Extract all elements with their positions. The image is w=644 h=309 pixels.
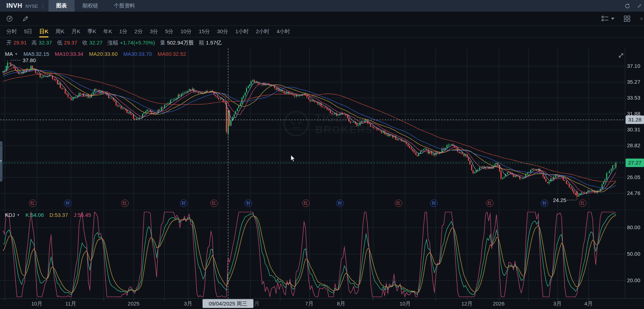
timeframe-3分[interactable]: 3分 [146, 26, 162, 37]
ma-selector[interactable]: MA ▼ [5, 51, 18, 57]
kdj-axis-tick: 20.00 [627, 277, 640, 283]
gear-icon[interactable] [640, 15, 643, 22]
quote-item: 低29.37 [57, 40, 77, 46]
quote-value: 32.27 [89, 40, 103, 46]
price-axis-tick: 28.82 [627, 142, 640, 148]
earnings-marker[interactable]: 财 [336, 200, 344, 207]
x-axis-tick: 10月 [23, 301, 51, 307]
kdj-indicator-bar: KDJ ▼ K:54.06D:53.37J:55.45 [5, 212, 91, 218]
quote-label: 收 [82, 40, 88, 46]
price-axis-tick: 35.27 [627, 79, 640, 85]
earnings-marker[interactable]: 财 [245, 200, 252, 207]
earnings-marker[interactable]: 财 [541, 200, 548, 207]
timeframe-10分[interactable]: 10分 [177, 26, 195, 37]
timeframe-5日[interactable]: 5日 [21, 26, 36, 37]
quote-item: 涨幅+1.74(+5.70%) [107, 40, 155, 46]
quote-value: 29.91 [13, 40, 27, 46]
timeframe-bar: 分时5日日K周K月K季K年K1分2分3分5分10分15分30分1小时2小时4小时 [0, 26, 644, 37]
expand-icon[interactable] [618, 52, 624, 59]
price-axis-tick: 24.76 [627, 190, 640, 196]
x-axis-tick: 3月 [174, 301, 202, 307]
price-axis-tick: 26.05 [627, 174, 640, 180]
kdj-values: K:54.06D:53.37J:55.45 [25, 212, 91, 218]
quote-label: 低 [57, 40, 62, 46]
price-axis-tick: 33.53 [627, 95, 640, 101]
watermark-line2: BROKERS [315, 124, 373, 135]
ma-value: MA5:32.15 [23, 51, 49, 57]
tab-期权链[interactable]: 期权链 [75, 0, 106, 12]
quote-item: 额1.57亿 [199, 40, 221, 46]
dividend-marker[interactable]: 红 [486, 200, 493, 207]
x-axis-tick: 10月 [391, 301, 419, 307]
ma-value: MA30:33.70 [123, 51, 152, 57]
dividend-marker[interactable]: 红 [302, 200, 310, 207]
timeframe-5分[interactable]: 5分 [162, 26, 177, 37]
x-axis-tick: 3月 [543, 301, 572, 307]
kdj-axis-tick: 80.00 [627, 224, 640, 230]
timeframe-2小时[interactable]: 2小时 [252, 26, 273, 37]
kdj-selector[interactable]: KDJ ▼ [5, 212, 20, 218]
ma-label: MA [5, 51, 13, 57]
draw-pencil-icon[interactable] [22, 15, 29, 22]
timeframe-15分[interactable]: 15分 [195, 26, 213, 37]
mouse-cursor [291, 155, 296, 162]
ma-values: MA5:32.15MA10:33.34MA20:33.60MA30:33.70M… [23, 51, 186, 57]
top-bar-right [624, 3, 644, 9]
tiger-trade-chart-window: INVH NYSE | 图表期权链个股资料 [0, 0, 644, 309]
x-axis-tick: 8月 [327, 301, 355, 307]
layout-list-icon[interactable] [601, 15, 614, 22]
current-price-badge: 27.27 [626, 159, 644, 167]
ma-indicator-bar: MA ▼ MA5:32.15MA10:33.34MA20:33.60MA30:3… [5, 51, 186, 57]
dividend-marker[interactable]: 红 [395, 200, 402, 207]
collapse-icon[interactable] [637, 3, 642, 9]
timeframe-月K[interactable]: 月K [68, 26, 84, 37]
quote-item: 收32.27 [82, 40, 103, 46]
timeframe-年K[interactable]: 年K [100, 26, 116, 37]
indicator-gauge-icon[interactable] [6, 15, 13, 23]
dividend-marker[interactable]: 红 [210, 200, 218, 207]
stock-market: NYSE [25, 4, 38, 9]
hidden-month-label: 月 [254, 301, 259, 307]
timeframe-季K[interactable]: 季K [84, 26, 100, 37]
quote-label: 高 [32, 40, 37, 46]
tiger-logo-icon [283, 110, 310, 137]
crosshair-price-badge: 31.28 [626, 115, 644, 124]
chart-toolbar [0, 12, 644, 26]
kdj-value: J:55.45 [74, 212, 91, 218]
quote-value: 32.37 [39, 40, 52, 46]
dividend-marker[interactable]: 红 [121, 200, 129, 207]
timeframe-周K[interactable]: 周K [52, 26, 68, 37]
dividend-marker[interactable]: 红 [29, 200, 36, 207]
timeframe-1分[interactable]: 1分 [116, 26, 131, 37]
refresh-icon[interactable] [624, 3, 631, 9]
quote-label: 量 [160, 40, 165, 46]
kdj-label: KDJ [5, 212, 15, 218]
timeframe-4小时[interactable]: 4小时 [273, 26, 293, 37]
timeframe-分时[interactable]: 分时 [3, 26, 21, 37]
x-axis-tick: 12月 [453, 301, 481, 307]
watermark-line1: TIGER [315, 112, 373, 124]
x-axis-tick: 2026 [485, 301, 513, 307]
crosshair-date-badge: 09/04/2025 周三 [203, 299, 253, 308]
quote-value: 502.94万股 [167, 40, 194, 46]
quote-value: 1.57亿 [206, 40, 221, 46]
quote-value: +1.74(+5.70%) [120, 40, 155, 46]
tab-图表[interactable]: 图表 [48, 0, 75, 12]
timeframe-2分[interactable]: 2分 [131, 26, 146, 37]
timeframe-1小时[interactable]: 1小时 [232, 26, 252, 37]
price-axis-tick: 31.88 [627, 111, 640, 117]
timeframe-30分[interactable]: 30分 [213, 26, 232, 37]
timeframe-日K[interactable]: 日K [36, 26, 52, 37]
grid-layout-icon[interactable] [623, 15, 631, 22]
x-axis-tick: 7月 [295, 301, 323, 307]
earnings-marker[interactable]: 财 [180, 200, 187, 207]
quote-item: 高32.37 [32, 40, 52, 46]
stock-symbol: INVH [6, 2, 22, 10]
dividend-marker[interactable]: 红 [579, 200, 586, 207]
earnings-marker[interactable]: 财 [64, 200, 71, 207]
earnings-marker[interactable]: 财 [430, 200, 438, 207]
ma-value: MA10:33.34 [55, 51, 83, 57]
tiger-brokers-watermark: TIGER BROKERS [283, 110, 373, 137]
tab-个股资料[interactable]: 个股资料 [106, 0, 143, 12]
high-price-label: 37.80 [23, 57, 36, 63]
